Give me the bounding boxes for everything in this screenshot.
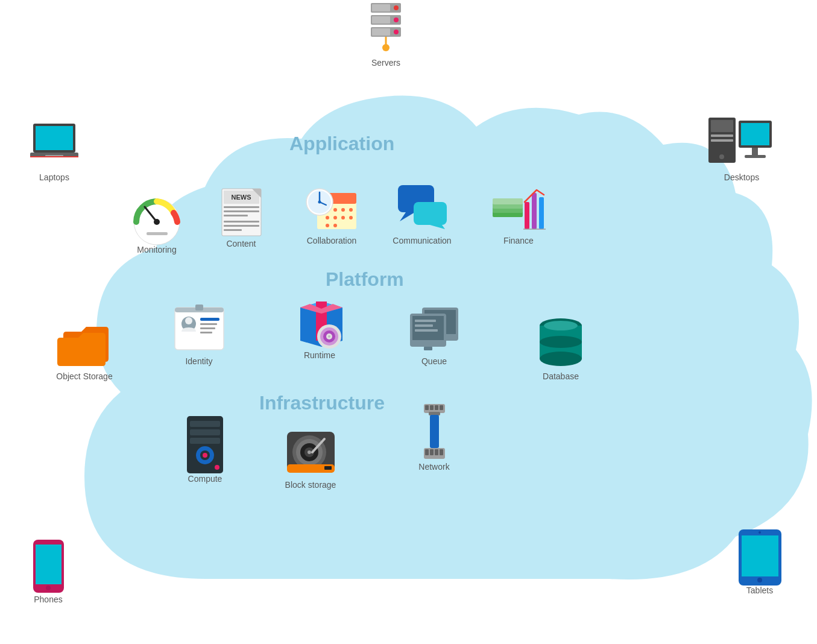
content-icon: NEWS — [217, 187, 265, 235]
svg-marker-66 — [430, 225, 445, 229]
svg-text:NEWS: NEWS — [231, 194, 251, 201]
laptops-icon — [30, 121, 78, 169]
servers-item: Servers — [350, 6, 422, 68]
svg-point-119 — [308, 450, 311, 454]
object-storage-icon — [60, 320, 109, 368]
desktops-item: Desktops — [705, 121, 778, 182]
communication-icon — [398, 184, 446, 232]
svg-rect-81 — [200, 323, 217, 325]
svg-rect-35 — [147, 232, 168, 235]
svg-point-50 — [341, 208, 345, 212]
finance-icon — [494, 184, 543, 232]
database-label: Database — [543, 371, 579, 381]
laptops-label: Laptops — [39, 172, 69, 182]
svg-point-34 — [154, 219, 160, 225]
identity-label: Identity — [185, 356, 212, 366]
svg-rect-132 — [430, 449, 434, 455]
svg-rect-26 — [36, 545, 62, 584]
svg-rect-39 — [224, 206, 259, 208]
queue-item: Queue — [398, 305, 470, 366]
svg-point-31 — [759, 531, 761, 534]
svg-rect-99 — [415, 329, 438, 332]
svg-rect-18 — [711, 134, 733, 137]
svg-rect-100 — [424, 347, 432, 350]
svg-rect-70 — [493, 198, 523, 204]
svg-rect-97 — [415, 320, 436, 322]
svg-point-57 — [333, 224, 337, 227]
database-item: Database — [525, 320, 597, 381]
communication-item: Communication — [386, 184, 458, 245]
svg-rect-122 — [324, 466, 332, 470]
svg-rect-75 — [175, 308, 224, 350]
svg-point-5 — [394, 17, 399, 22]
svg-rect-125 — [430, 405, 434, 410]
content-label: Content — [226, 239, 256, 248]
svg-rect-77 — [195, 305, 203, 311]
svg-rect-23 — [752, 148, 758, 155]
svg-rect-24 — [745, 155, 766, 158]
svg-point-30 — [757, 578, 762, 582]
svg-rect-134 — [440, 449, 443, 455]
svg-point-56 — [326, 224, 329, 227]
desktops-label: Desktops — [724, 172, 759, 182]
svg-rect-19 — [711, 139, 733, 142]
network-icon — [410, 410, 458, 458]
svg-rect-108 — [190, 429, 220, 435]
svg-rect-107 — [190, 421, 220, 427]
tablets-item: Tablets — [724, 534, 796, 595]
svg-rect-17 — [711, 120, 733, 132]
monitoring-icon — [133, 193, 181, 241]
block-storage-item: Block storage — [274, 428, 347, 490]
servers-label: Servers — [371, 58, 400, 68]
svg-rect-131 — [425, 449, 429, 455]
block-storage-label: Block storage — [285, 480, 336, 490]
object-storage-label: Object Storage — [56, 371, 112, 381]
svg-rect-109 — [190, 438, 220, 444]
laptops-item: Laptops — [18, 121, 90, 182]
svg-point-62 — [318, 201, 321, 204]
svg-point-51 — [349, 208, 353, 212]
svg-rect-29 — [742, 535, 778, 576]
tablets-label: Tablets — [746, 586, 773, 595]
svg-point-55 — [349, 216, 353, 219]
svg-point-79 — [185, 317, 192, 324]
runtime-icon — [295, 298, 344, 347]
desktops-icon — [718, 121, 766, 169]
identity-icon — [175, 305, 223, 353]
svg-rect-12 — [36, 126, 73, 150]
svg-rect-42 — [224, 221, 259, 223]
svg-rect-71 — [525, 202, 529, 229]
monitoring-label: Monitoring — [137, 245, 176, 254]
svg-rect-127 — [440, 405, 443, 410]
svg-point-54 — [341, 216, 345, 219]
svg-point-92 — [328, 335, 330, 338]
queue-icon — [410, 305, 458, 353]
svg-point-53 — [333, 216, 337, 219]
svg-rect-7 — [372, 28, 390, 36]
compute-item: Compute — [169, 422, 241, 484]
svg-point-10 — [382, 44, 390, 51]
phones-item: Phones — [12, 543, 84, 604]
svg-rect-133 — [435, 449, 438, 455]
svg-point-27 — [46, 586, 51, 590]
compute-icon — [181, 422, 229, 470]
finance-label: Finance — [503, 236, 534, 245]
svg-point-105 — [544, 321, 578, 330]
communication-label: Communication — [393, 236, 451, 245]
svg-rect-124 — [425, 405, 429, 410]
svg-rect-98 — [415, 324, 433, 327]
network-item: Network — [398, 410, 470, 472]
svg-rect-126 — [435, 405, 438, 410]
svg-point-104 — [540, 336, 582, 348]
svg-rect-22 — [741, 123, 769, 145]
identity-item: Identity — [163, 305, 235, 366]
svg-rect-15 — [30, 156, 78, 157]
svg-point-8 — [394, 30, 399, 34]
svg-rect-83 — [200, 332, 212, 333]
runtime-item: Runtime — [283, 298, 356, 360]
database-icon — [537, 320, 585, 368]
collaboration-label: Collaboration — [307, 236, 357, 245]
svg-point-49 — [333, 208, 337, 212]
svg-rect-41 — [224, 215, 248, 216]
phones-label: Phones — [34, 595, 62, 604]
